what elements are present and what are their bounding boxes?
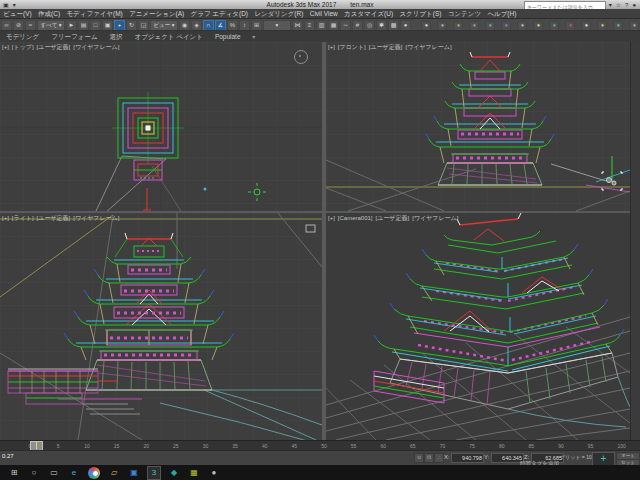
named-selection-sets-icon[interactable]: ⊞ — [251, 20, 262, 31]
toolbar-icon[interactable]: ● — [437, 21, 447, 31]
toolbar-icon[interactable]: ● — [421, 21, 431, 31]
absolute-mode-icon[interactable]: ∴ — [434, 453, 444, 463]
window-crossing-icon[interactable]: ▣ — [102, 20, 113, 31]
snap-toggle-3d-icon[interactable]: ∩ — [203, 20, 214, 31]
viewport-label-segment[interactable]: [トップ] — [12, 44, 34, 50]
viewport-label-segment[interactable]: [ワイヤフレーム] — [73, 44, 119, 50]
select-object-icon[interactable]: ► — [66, 20, 77, 31]
viewport-right[interactable]: [+][ライト][ユーザ定義][ワイヤフレーム] — [0, 213, 322, 440]
toolbar-icon[interactable]: ● — [613, 21, 623, 31]
viewport-label-segment[interactable]: [Camera001] — [338, 215, 373, 221]
viewport-camera-label[interactable]: [+][Camera001][ユーザ定義][ワイヤフレーム] — [328, 214, 461, 223]
viewport-right-canvas[interactable] — [0, 213, 322, 440]
spinner-snap-icon[interactable]: ↕ — [239, 20, 250, 31]
viewport-camera-canvas[interactable] — [326, 213, 630, 440]
toolbar-icon[interactable]: ● — [549, 21, 559, 31]
chrome-icon[interactable]: ● — [88, 467, 100, 479]
selection-region-icon[interactable]: □ — [90, 20, 101, 31]
viewport-right-label[interactable]: [+][ライト][ユーザ定義][ワイヤフレーム] — [2, 214, 122, 223]
command-panel-strip[interactable] — [630, 42, 640, 440]
app-icon[interactable]: ◆ — [168, 467, 180, 479]
viewport-label-segment[interactable]: [ユーザ定義] — [369, 44, 403, 50]
toolbar-icon[interactable]: ● — [517, 21, 527, 31]
menu-item[interactable]: ヘルプ(H) — [484, 9, 519, 18]
viewport-label-segment[interactable]: [ライト] — [12, 215, 34, 221]
file-explorer-icon[interactable]: ▱ — [108, 467, 120, 479]
menu-item[interactable]: カスタマイズ(U) — [341, 9, 396, 18]
toolbar-icon[interactable]: ● — [597, 21, 607, 31]
isolate-selection-icon[interactable]: ⊙ — [414, 453, 424, 463]
3dsmax-taskbar-icon[interactable]: 3 — [148, 467, 160, 479]
selection-lock-icon[interactable]: ⊡ — [424, 453, 434, 463]
align-icon[interactable]: ≡ — [304, 20, 315, 31]
rendered-frame-icon[interactable]: ▩ — [388, 20, 399, 31]
toolbar-icon[interactable]: ● — [485, 21, 495, 31]
menu-item[interactable]: レンダリング(R) — [251, 9, 306, 18]
x-coord-field[interactable]: 940.798 — [451, 453, 484, 463]
material-editor-icon[interactable]: ◎ — [364, 20, 375, 31]
viewport-label-segment[interactable]: [ユーザ定義] — [37, 44, 71, 50]
toolbar-icon[interactable]: ● — [469, 21, 479, 31]
edge-icon[interactable]: e — [68, 467, 80, 479]
viewport-top-canvas[interactable] — [0, 42, 322, 211]
render-production-icon[interactable]: ● — [400, 20, 411, 31]
viewport-front[interactable]: [+][フロント][ユーザ定義][ワイヤフレーム] — [326, 42, 630, 211]
viewport-camera001[interactable]: [+][Camera001][ユーザ定義][ワイヤフレーム] — [326, 213, 630, 440]
menu-item[interactable]: モディファイヤ(M) — [63, 9, 126, 18]
viewport-label-segment[interactable]: [+] — [2, 215, 9, 221]
maxscript-mini-listener[interactable]: 0.27 — [2, 453, 14, 459]
menu-item[interactable]: ビュー(V) — [0, 9, 35, 18]
toolbar-icon[interactable]: ● — [629, 21, 639, 31]
ribbon-tab[interactable]: フリーフォーム — [45, 31, 103, 42]
select-link-icon[interactable]: ∞ — [1, 20, 12, 31]
select-rotate-icon[interactable]: ↻ — [126, 20, 137, 31]
ribbon-tab[interactable]: 選択 — [104, 31, 129, 42]
cortana-icon[interactable]: ○ — [28, 467, 40, 479]
menu-item[interactable]: 作成(C) — [35, 9, 63, 18]
schematic-view-icon[interactable]: # — [352, 20, 363, 31]
app-icon[interactable]: ▦ — [188, 467, 200, 479]
menu-item[interactable]: スクリプト(S) — [396, 9, 444, 18]
select-move-icon[interactable]: + — [114, 20, 125, 31]
viewport-label-segment[interactable]: [+] — [328, 215, 335, 221]
task-view-icon[interactable]: ▭ — [48, 467, 60, 479]
percent-snap-icon[interactable]: % — [227, 20, 238, 31]
unlink-icon[interactable]: ⊘ — [13, 20, 24, 31]
ribbon-tab[interactable]: Populate — [209, 31, 247, 42]
toolbar-icon[interactable]: ● — [501, 21, 511, 31]
select-manipulate-icon[interactable]: ◈ — [191, 20, 202, 31]
viewport-front-label[interactable]: [+][フロント][ユーザ定義][ワイヤフレーム] — [328, 43, 455, 52]
viewport-top-label[interactable]: [+][トップ][ユーザ定義][ワイヤフレーム] — [2, 43, 122, 52]
mirror-icon[interactable]: ⋈ — [292, 20, 303, 31]
angle-snap-icon[interactable]: ∡ — [215, 20, 226, 31]
reference-coord-dropdown[interactable]: ビュー ▾ — [150, 20, 178, 31]
ribbon-tab[interactable]: オブジェクト ペイント — [129, 31, 209, 42]
curve-editor-icon[interactable]: ∼ — [340, 20, 351, 31]
toolbar-icon[interactable]: ● — [565, 21, 575, 31]
viewport-front-canvas[interactable] — [326, 42, 630, 211]
app-icon[interactable]: ● — [208, 467, 220, 479]
select-by-name-icon[interactable]: ▤ — [78, 20, 89, 31]
named-set-dropdown[interactable]: ▾ — [263, 20, 291, 31]
render-setup-icon[interactable]: ✱ — [376, 20, 387, 31]
bind-spacewarp-icon[interactable]: ≈ — [25, 20, 36, 31]
start-button-icon[interactable]: ⊞ — [8, 467, 20, 479]
ribbon-tab[interactable]: モデリング — [0, 31, 45, 42]
viewport-label-segment[interactable]: [ユーザ定義] — [37, 215, 71, 221]
use-pivot-center-icon[interactable]: ◉ — [179, 20, 190, 31]
photos-app-icon[interactable]: ▣ — [128, 467, 140, 479]
viewport-label-segment[interactable]: [+] — [2, 44, 9, 50]
menu-item[interactable]: アニメーション(A) — [126, 9, 187, 18]
viewport-label-segment[interactable]: [フロント] — [338, 44, 366, 50]
viewport-top[interactable]: [+][トップ][ユーザ定義][ワイヤフレーム] — [0, 42, 322, 211]
menu-item[interactable]: コンテンツ — [445, 9, 485, 18]
viewport-label-segment[interactable]: [+] — [328, 44, 335, 50]
menu-item[interactable]: Civil View — [307, 9, 341, 18]
menu-item[interactable]: グラフ エディタ(D) — [187, 9, 251, 18]
layer-manager-icon[interactable]: ▥ — [316, 20, 327, 31]
viewport-nav-gizmo-icon[interactable] — [294, 50, 308, 64]
select-scale-icon[interactable]: ◲ — [138, 20, 149, 31]
toolbar-icon[interactable]: ● — [581, 21, 591, 31]
viewport-label-segment[interactable]: [ワイヤフレーム] — [405, 44, 451, 50]
viewport-label-segment[interactable]: [ワイヤフレーム] — [412, 215, 458, 221]
